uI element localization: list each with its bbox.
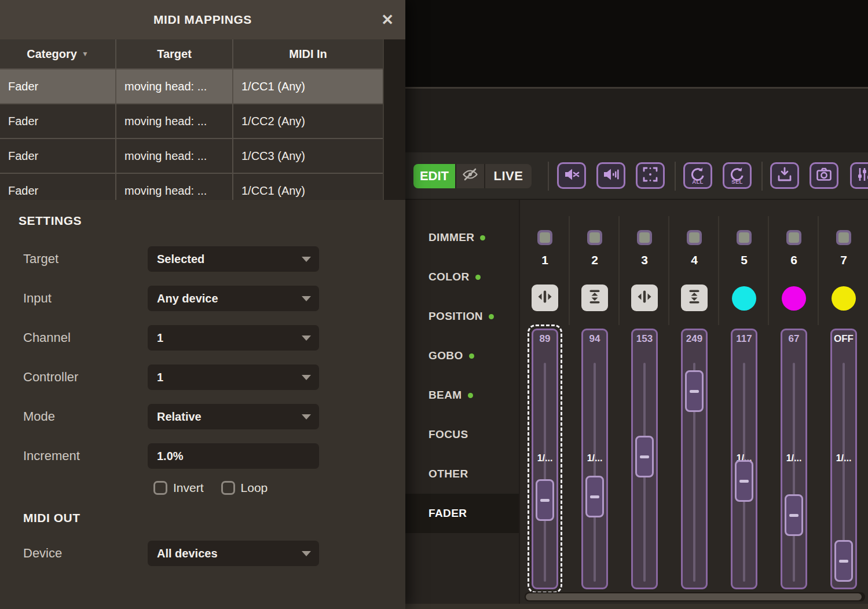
pan-slider-button[interactable] (631, 285, 658, 311)
selection-frame-button[interactable] (636, 162, 665, 189)
live-mode-button[interactable]: LIVE (485, 164, 532, 188)
undo-selected-label: SEL (724, 178, 750, 185)
app-root: EDIT LIVE (0, 0, 868, 609)
loop-checkbox[interactable] (221, 481, 235, 495)
fader-track[interactable]: 67 1/... (781, 329, 807, 589)
undo-all-label: ALL (685, 178, 710, 185)
magenta-color-swatch-icon[interactable] (782, 286, 806, 311)
controller-dropdown[interactable]: 1 (148, 364, 319, 390)
target-dropdown[interactable]: Selected (148, 246, 319, 272)
yellow-color-swatch-icon[interactable] (832, 286, 856, 311)
camera-button[interactable] (810, 162, 838, 189)
midi-mappings-table: Category ▼ Target MIDI In Fader moving h… (0, 39, 405, 200)
table-row-cell-midi-in[interactable]: 1/CC2 (Any) (233, 104, 383, 138)
handle-grip (640, 455, 649, 458)
table-row-cell-category[interactable]: Fader (0, 174, 115, 200)
table-scrollbar[interactable] (383, 39, 405, 200)
mode-field-row: Mode Relative (17, 404, 405, 429)
edit-mode-button[interactable]: EDIT (413, 164, 455, 188)
speaker-mute-button[interactable] (557, 162, 586, 189)
table-row-cell-target[interactable]: moving head: ... (116, 174, 232, 200)
undo-all-button[interactable]: ALL (683, 162, 712, 189)
fader-value: 89 (533, 333, 556, 345)
channel-number: 4 (669, 253, 719, 267)
table-row-cell-midi-in[interactable]: 1/CC1 (Any) (233, 70, 383, 103)
tilt-arrows-button[interactable] (681, 285, 708, 311)
fader-channel-7: 7 OFF 1/... (819, 200, 868, 604)
window-mid-area (405, 89, 868, 152)
flash-button[interactable] (786, 230, 801, 245)
sidebar-item-fader[interactable]: FADER (405, 494, 519, 533)
fader-handle[interactable] (585, 476, 604, 517)
fader-handle[interactable] (685, 370, 704, 412)
device-value: All devices (157, 547, 218, 560)
flash-button[interactable] (587, 230, 602, 245)
sidebar-item-beam[interactable]: BEAM (405, 375, 519, 415)
fader-track[interactable]: 153 (631, 329, 658, 589)
fader-handle[interactable] (635, 436, 654, 477)
chevron-down-icon (302, 296, 311, 301)
sidebar-item-color[interactable]: COLOR (405, 257, 519, 297)
table-row-cell-target[interactable]: moving head: ... (116, 139, 232, 173)
download-button[interactable] (770, 162, 799, 189)
channel-dropdown[interactable]: 1 (148, 325, 319, 351)
fader-track[interactable]: 249 (681, 329, 708, 589)
table-row-cell-midi-in[interactable]: 1/CC1 (Any) (233, 174, 383, 200)
mode-dropdown[interactable]: Relative (148, 404, 319, 429)
table-row-cell-target[interactable]: moving head: ... (116, 70, 232, 103)
table-grid: Category ▼ Target MIDI In Fader moving h… (0, 39, 383, 200)
sidebar-item-other[interactable]: OTHER (405, 454, 519, 494)
sidebar-item-focus[interactable]: FOCUS (405, 415, 519, 454)
flash-button[interactable] (637, 230, 652, 245)
midi-mappings-dialog: MIDI MAPPINGS ✕ Category ▼ Target MIDI I… (0, 0, 405, 609)
table-row-cell-category[interactable]: Fader (0, 104, 115, 138)
fader-track[interactable]: OFF 1/... (830, 329, 857, 589)
chevron-down-icon (302, 414, 311, 420)
fader-handle[interactable] (785, 494, 803, 536)
fader-track[interactable]: 89 1/... (532, 329, 558, 589)
chevron-down-icon (302, 375, 311, 380)
table-row-cell-midi-in[interactable]: 1/CC3 (Any) (233, 139, 383, 173)
active-dot-icon (480, 235, 485, 240)
input-dropdown[interactable]: Any device (148, 286, 319, 311)
table-row-cell-category[interactable]: Fader (0, 139, 115, 173)
scrollbar-thumb[interactable] (526, 593, 862, 600)
loop-label: Loop (241, 481, 268, 495)
close-icon[interactable]: ✕ (381, 11, 394, 29)
column-header-midi-in[interactable]: MIDI In (233, 39, 383, 68)
fader-handle[interactable] (735, 460, 753, 502)
speaker-mute-icon (563, 166, 580, 185)
device-dropdown[interactable]: All devices (148, 541, 319, 566)
fader-track[interactable]: 94 1/... (581, 329, 608, 589)
midi-out-heading: MIDI OUT (17, 509, 405, 527)
column-header-target[interactable]: Target (116, 39, 232, 68)
table-row-cell-category[interactable]: Fader (0, 70, 115, 103)
horizontal-scrollbar[interactable] (525, 592, 865, 601)
input-field-row: Input Any device (17, 286, 405, 311)
fader-handle[interactable] (834, 540, 853, 582)
channel-number: 1 (520, 253, 570, 267)
sidebar-item-position[interactable]: POSITION (405, 297, 519, 336)
sidebar-item-dimmer[interactable]: DIMMER (405, 218, 519, 257)
undo-selected-button[interactable]: SEL (723, 162, 752, 189)
sidebar-item-label: FADER (428, 507, 467, 520)
table-row-cell-target[interactable]: moving head: ... (116, 104, 232, 138)
fader-track[interactable]: 117 1/... (731, 329, 757, 589)
cyan-color-swatch-icon[interactable] (732, 286, 756, 311)
fader-value: 117 (733, 333, 756, 345)
sidebar-item-gobo[interactable]: GOBO (405, 336, 519, 375)
visibility-off-button[interactable] (455, 164, 485, 188)
fader-handle[interactable] (536, 479, 554, 521)
speaker-volume-button[interactable] (596, 162, 625, 189)
sidebar-item-label: COLOR (428, 271, 470, 283)
increment-input[interactable]: 1.0% (148, 443, 319, 469)
pan-slider-button[interactable] (532, 285, 558, 311)
fader-mixer-button[interactable] (850, 162, 868, 189)
flash-button[interactable] (836, 230, 851, 245)
flash-button[interactable] (537, 230, 552, 245)
flash-button[interactable] (687, 230, 702, 245)
invert-checkbox[interactable] (153, 481, 167, 495)
flash-button[interactable] (737, 230, 752, 245)
column-header-category[interactable]: Category ▼ (0, 39, 115, 68)
tilt-arrows-button[interactable] (581, 285, 608, 311)
